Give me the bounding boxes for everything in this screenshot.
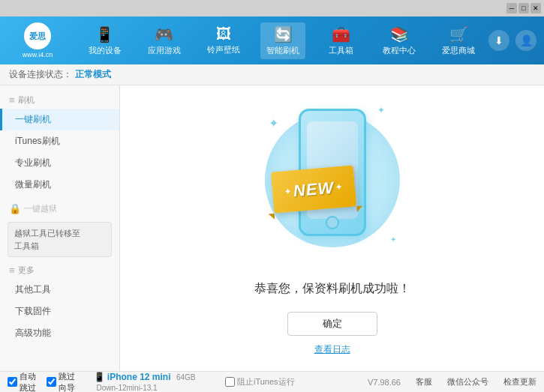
maximize-button[interactable]: □ <box>518 3 529 13</box>
download-button[interactable]: ⬇ <box>488 30 509 51</box>
nav-toolbox[interactable]: 🧰 工具箱 <box>320 22 362 59</box>
phone-home-button <box>326 216 339 229</box>
sidebar-item-pro-flash[interactable]: 专业刷机 <box>0 152 119 174</box>
status-label: 设备连接状态： <box>9 68 72 81</box>
content-area: ✦ ✦ ✦ ✦ NEW ✦ 恭喜您，保资料刷机成功啦！ 确定 查看日志 <box>120 85 544 371</box>
device-icon: 📱 <box>94 372 105 382</box>
jailbreak-notice: 越狱工具已转移至工具箱 <box>8 222 112 257</box>
sparkle-bottom-right: ✦ <box>390 235 396 244</box>
apps-icon: 🎮 <box>155 25 173 43</box>
toolbox-label: 工具箱 <box>329 45 353 56</box>
smart-flash-icon: 🔄 <box>274 25 293 43</box>
nav-apps[interactable]: 🎮 应用游戏 <box>142 22 187 59</box>
wechat-public-link[interactable]: 微信公众号 <box>447 376 488 388</box>
skip-wizard-checkbox[interactable]: 跳过向导 <box>47 371 80 393</box>
title-bar: ─ □ ✕ <box>0 0 544 16</box>
device-storage: 64GB <box>176 373 196 382</box>
device-firmware: Down-12mini-13.1 <box>97 384 158 392</box>
skip-wizard-label: 跳过向导 <box>59 371 80 393</box>
auto-dismiss-label: 自动跳过 <box>20 371 41 393</box>
user-button[interactable]: 👤 <box>515 30 536 51</box>
bottom-right: V7.98.66 客服 微信公众号 检查更新 <box>295 376 536 388</box>
bottom-bar: 自动跳过 跳过向导 📱 iPhone 12 mini 64GB Down-12m… <box>0 371 544 392</box>
sidebar-item-one-key-flash[interactable]: 一键刷机 <box>0 109 119 130</box>
itunes-run-checkbox[interactable] <box>225 377 235 387</box>
sidebar-section-more: ≡ 更多 <box>0 262 119 279</box>
sidebar-section-jailbreak: 🔒 一键越狱 <box>0 200 119 217</box>
minimize-button[interactable]: ─ <box>506 3 517 13</box>
header: 爱思 www.i4.cn 📱 我的设备 🎮 应用游戏 🖼 铃声壁纸 🔄 智能刷机… <box>0 16 544 64</box>
wallpaper-label: 铃声壁纸 <box>207 44 240 55</box>
confirm-button[interactable]: 确定 <box>287 312 377 336</box>
section-jailbreak-label: 一键越狱 <box>24 203 57 214</box>
section-flash-icon: ≡ <box>9 94 15 106</box>
bottom-left: 自动跳过 跳过向导 📱 iPhone 12 mini 64GB Down-12m… <box>8 371 218 393</box>
skip-wizard-input[interactable] <box>47 377 56 387</box>
customer-service-link[interactable]: 客服 <box>416 376 432 388</box>
nav-wallpaper[interactable]: 🖼 铃声壁纸 <box>201 22 246 58</box>
ribbon-right-fold <box>356 205 363 212</box>
wallpaper-icon: 🖼 <box>216 25 231 43</box>
toolbox-icon: 🧰 <box>332 25 350 43</box>
ribbon-star-right: ✦ <box>335 181 343 193</box>
main-layout: ≡ 刷机 一键刷机 iTunes刷机 专业刷机 微量刷机 🔒 一键越狱 越狱工具… <box>0 85 544 371</box>
nav-my-device[interactable]: 📱 我的设备 <box>83 22 128 59</box>
ribbon-left-fold <box>268 213 275 220</box>
auto-dismiss-checkbox[interactable]: 自动跳过 <box>8 371 41 393</box>
ribbon: ✦ NEW ✦ <box>270 165 356 213</box>
version-info: V7.98.66 <box>368 378 401 387</box>
auto-dismiss-input[interactable] <box>8 377 17 387</box>
logo: 爱思 www.i4.cn <box>8 22 68 58</box>
nav-smart-flash[interactable]: 🔄 智能刷机 <box>260 22 305 59</box>
my-device-label: 我的设备 <box>89 45 122 56</box>
sidebar-item-advanced[interactable]: 高级功能 <box>0 322 119 344</box>
section-flash-label: 刷机 <box>18 94 35 106</box>
nav-bar: 📱 我的设备 🎮 应用游戏 🖼 铃声壁纸 🔄 智能刷机 🧰 工具箱 📚 教程中心… <box>75 22 488 59</box>
success-message: 恭喜您，保资料刷机成功啦！ <box>254 281 410 297</box>
apps-label: 应用游戏 <box>148 45 181 56</box>
status-bar: 设备连接状态： 正常模式 <box>0 64 544 85</box>
tutorial-icon: 📚 <box>390 25 409 43</box>
sidebar-item-downgrade-flash[interactable]: 微量刷机 <box>0 174 119 196</box>
ribbon-text: NEW <box>292 178 334 201</box>
sparkle-top-left: ✦ <box>269 116 278 130</box>
itunes-run-area: 阻止iTunes运行 <box>225 376 295 388</box>
ribbon-star-left: ✦ <box>284 186 292 197</box>
store-label: 爱思商城 <box>442 45 475 56</box>
sidebar-section-flash: ≡ 刷机 <box>0 91 119 109</box>
section-more-label: 更多 <box>18 265 35 276</box>
logo-icon: 爱思 <box>24 22 51 49</box>
status-value: 正常模式 <box>75 68 111 81</box>
device-name: iPhone 12 mini <box>107 372 171 382</box>
logo-subtitle: www.i4.cn <box>23 51 53 58</box>
sparkle-top-right: ✦ <box>377 105 385 115</box>
lock-icon: 🔒 <box>9 203 21 214</box>
section-more-icon: ≡ <box>9 265 15 276</box>
tutorial-label: 教程中心 <box>383 45 416 56</box>
header-right: ⬇ 👤 <box>488 30 536 51</box>
sidebar-item-download-firmware[interactable]: 下载固件 <box>0 301 119 322</box>
my-device-icon: 📱 <box>95 25 114 43</box>
smart-flash-label: 智能刷机 <box>266 45 299 56</box>
nav-tutorial[interactable]: 📚 教程中心 <box>377 22 422 59</box>
check-update-link[interactable]: 检查更新 <box>503 376 536 388</box>
sidebar-item-itunes-flash[interactable]: iTunes刷机 <box>0 130 119 152</box>
nav-store[interactable]: 🛒 爱思商城 <box>436 22 481 59</box>
itunes-run-label: 阻止iTunes运行 <box>237 376 295 388</box>
view-log-link[interactable]: 查看日志 <box>314 343 350 356</box>
store-icon: 🛒 <box>449 25 468 43</box>
sidebar: ≡ 刷机 一键刷机 iTunes刷机 专业刷机 微量刷机 🔒 一键越狱 越狱工具… <box>0 85 120 371</box>
success-illustration: ✦ ✦ ✦ ✦ NEW ✦ <box>257 101 407 266</box>
sidebar-item-other-tools[interactable]: 其他工具 <box>0 279 119 301</box>
close-button[interactable]: ✕ <box>530 3 541 13</box>
device-info: 📱 iPhone 12 mini 64GB Down-12mini-13.1 <box>94 372 218 393</box>
